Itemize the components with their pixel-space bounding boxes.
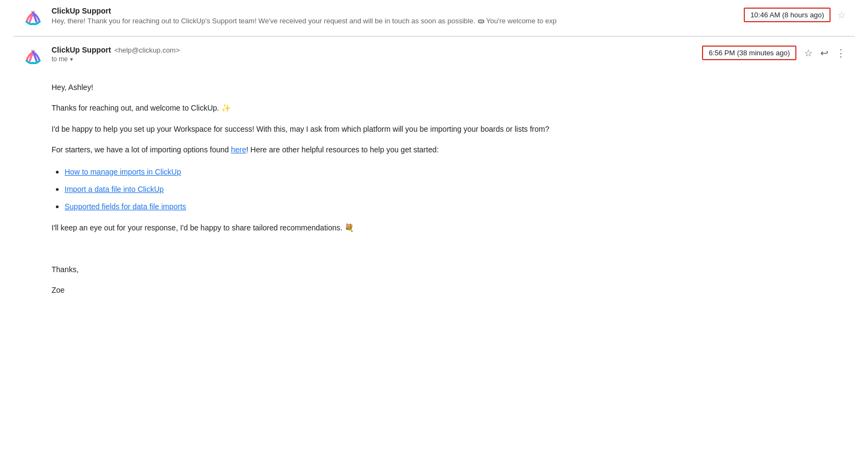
action-icons-group: ☆ ↩ ⋮ — [804, 47, 846, 59]
main-email-header: ClickUp Support <help@clickup.com> to me… — [52, 46, 702, 63]
sign-off — [52, 242, 846, 254]
email-body: Hey, Ashley! Thanks for reaching out, an… — [14, 75, 854, 313]
para3-before-link: For starters, we have a lot of importing… — [52, 145, 231, 154]
more-options-icon[interactable]: ⋮ — [836, 47, 846, 59]
preview-star-icon[interactable]: ☆ — [837, 9, 846, 21]
here-link[interactable]: here — [231, 145, 246, 154]
link-manage-imports[interactable]: How to manage imports in ClickUp — [65, 168, 181, 176]
paragraph-3: For starters, we have a lot of importing… — [52, 144, 846, 156]
list-item-3: Supported fields for data file imports — [65, 200, 846, 213]
sign-off-text: Thanks, — [52, 263, 846, 275]
preview-right-section: 10:46 AM (8 hours ago) ☆ — [735, 8, 846, 22]
star-icon[interactable]: ☆ — [804, 47, 813, 59]
list-item-1: How to manage imports in ClickUp — [65, 165, 846, 178]
preview-body-text: Hey, there! Thank you for reaching out t… — [52, 17, 735, 25]
para3-after-link: ! Here are other helpful resources to he… — [246, 145, 439, 154]
signature: Zoe — [52, 284, 846, 296]
main-email-row: ClickUp Support <help@clickup.com> to me… — [14, 37, 854, 75]
preview-avatar — [22, 8, 44, 29]
paragraph-2: I'd be happy to help you set up your Wor… — [52, 123, 846, 135]
paragraph-4: I'll keep an eye out for your response, … — [52, 222, 846, 234]
main-sender-name: ClickUp Support — [52, 46, 111, 54]
link-import-data-file[interactable]: Import a data file into ClickUp — [65, 185, 164, 194]
link-supported-fields[interactable]: Supported fields for data file imports — [65, 202, 186, 211]
to-label: to me — [52, 55, 68, 63]
main-timestamp: 6:56 PM (38 minutes ago) — [702, 46, 796, 60]
email-preview-row[interactable]: ClickUp Support Hey, there! Thank you fo… — [14, 0, 854, 36]
email-container: ClickUp Support Hey, there! Thank you fo… — [14, 0, 854, 313]
paragraph-1: Thanks for reaching out, and welcome to … — [52, 102, 846, 114]
preview-sender-name: ClickUp Support — [52, 7, 735, 15]
list-item-2: Import a data file into ClickUp — [65, 182, 846, 195]
main-sender-email: <help@clickup.com> — [114, 46, 180, 54]
reply-icon[interactable]: ↩ — [820, 47, 828, 59]
greeting-paragraph: Hey, Ashley! — [52, 81, 846, 93]
email-preview-content: ClickUp Support Hey, there! Thank you fo… — [52, 7, 735, 25]
main-email-right: 6:56 PM (38 minutes ago) ☆ ↩ ⋮ — [702, 46, 846, 60]
email-to-line: to me ▾ — [52, 55, 702, 63]
sender-line: ClickUp Support <help@clickup.com> — [52, 46, 702, 54]
preview-timestamp: 10:46 AM (8 hours ago) — [744, 8, 831, 22]
to-dropdown-arrow[interactable]: ▾ — [70, 56, 73, 63]
main-avatar — [22, 47, 44, 68]
resources-list: How to manage imports in ClickUp Import … — [65, 165, 846, 213]
